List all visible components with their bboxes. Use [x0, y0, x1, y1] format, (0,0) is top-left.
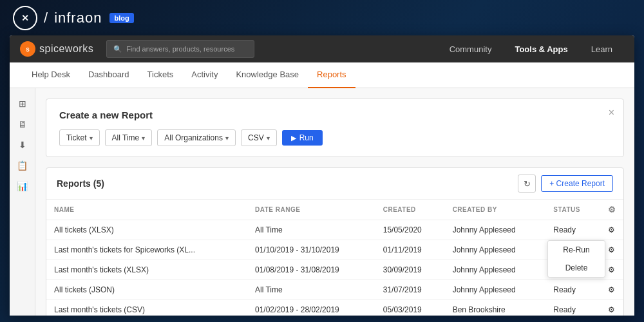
row-created-by: Johnny Appleseed [445, 280, 546, 300]
search-placeholder: Find answers, products, resources [126, 45, 234, 53]
nav-community[interactable]: Community [438, 35, 504, 62]
infraon-bar: / infraon blog [0, 0, 644, 35]
subnav-helpdesk[interactable]: Help Desk [23, 62, 79, 88]
row-name: All tickets (JSON) [46, 280, 247, 300]
row-created: 31/07/2019 [375, 280, 445, 300]
create-report-title: Create a new Report [59, 109, 611, 120]
sidebar-icon-grid[interactable]: ⊞ [13, 95, 32, 113]
row-created: 30/09/2019 [375, 260, 445, 280]
infraon-logo: / infraon blog [13, 6, 134, 30]
top-nav: s spiceworks 🔍 Find answers, products, r… [10, 35, 634, 62]
app-body: ⊞ 🖥 ⬇ 📋 📊 Create a new Report × Ticket A… [10, 88, 634, 316]
table-row: Last month's tickets (XLSX) 01/08/2019 -… [46, 260, 623, 280]
row-created-by: Ben Brookshire [445, 300, 546, 316]
context-menu: Re-Run Delete [547, 240, 605, 278]
nav-tools-apps[interactable]: Tools & Apps [503, 35, 579, 62]
run-button[interactable]: ▶ Run [282, 130, 323, 146]
main-content: Create a new Report × Ticket All Time Al… [35, 88, 634, 316]
col-name: NAME [46, 200, 247, 220]
row-date-range: 01/02/2019 - 28/02/2019 [247, 300, 375, 316]
sidebar-icon-list[interactable]: 📋 [13, 156, 32, 175]
table-row: Last month's tickets for Spiceworks (XL.… [46, 240, 623, 260]
subnav-activity[interactable]: Activity [182, 62, 227, 88]
row-gear-icon[interactable]: ⚙ [600, 300, 624, 316]
alltime-dropdown[interactable]: All Time [105, 129, 153, 146]
svg-text:s: s [26, 46, 30, 53]
sidebar-icon-monitor[interactable]: 🖥 [13, 115, 32, 133]
app-container: s spiceworks 🔍 Find answers, products, r… [10, 35, 634, 316]
row-created-by: Johnny Appleseed [445, 220, 546, 240]
row-created: 01/11/2019 [375, 240, 445, 260]
reports-actions: ↻ + Create Report [518, 175, 613, 193]
row-created: 05/03/2019 [375, 300, 445, 316]
run-icon: ▶ [291, 134, 296, 142]
refresh-button[interactable]: ↻ [518, 175, 536, 193]
reports-card: Reports (5) ↻ + Create Report NAME DATE … [46, 167, 624, 316]
row-name: Last month's tickets (XLSX) [46, 260, 247, 280]
infraon-logo-icon [13, 6, 37, 30]
row-date-range: 01/10/2019 - 31/10/2019 [247, 240, 375, 260]
table-row: All tickets (XLSX) All Time 15/05/2020 J… [46, 220, 623, 240]
allorg-dropdown[interactable]: All Organizations [157, 129, 236, 146]
spiceworks-logo-icon: s [20, 41, 35, 57]
close-button[interactable]: × [609, 107, 614, 118]
context-rerun[interactable]: Re-Run [548, 241, 605, 259]
subnav-dashboard[interactable]: Dashboard [79, 62, 138, 88]
row-created: 15/05/2020 [375, 220, 445, 240]
create-report-card: Create a new Report × Ticket All Time Al… [46, 99, 624, 157]
reports-header: Reports (5) ↻ + Create Report [46, 168, 623, 200]
search-bar[interactable]: 🔍 Find answers, products, resources [106, 40, 254, 58]
row-status: Ready [545, 220, 600, 240]
top-nav-links: Community Tools & Apps Learn [438, 35, 624, 62]
row-name: All tickets (XLSX) [46, 220, 247, 240]
row-date-range: All Time [247, 220, 375, 240]
col-date-range: DATE RANGE [247, 200, 375, 220]
subnav-tickets[interactable]: Tickets [138, 62, 183, 88]
row-date-range: All Time [247, 280, 375, 300]
sidebar-icon-chart[interactable]: 📊 [13, 177, 32, 195]
row-name: Last month's tickets (CSV) [46, 300, 247, 316]
infraon-logo-text: infraon [54, 10, 102, 26]
subnav-reports[interactable]: Reports [308, 62, 355, 88]
col-created: CREATED [375, 200, 445, 220]
row-created-by: Johnny Appleseed [445, 260, 546, 280]
nav-learn[interactable]: Learn [580, 35, 624, 62]
row-gear-icon[interactable]: ⚙ [600, 220, 624, 240]
ticket-dropdown[interactable]: Ticket [59, 129, 100, 146]
row-name: Last month's tickets for Spiceworks (XL.… [46, 240, 247, 260]
sidebar: ⊞ 🖥 ⬇ 📋 📊 [10, 88, 35, 316]
run-label: Run [299, 133, 314, 142]
subnav-knowledge-base[interactable]: Knowledge Base [227, 62, 308, 88]
spiceworks-logo: s spiceworks [20, 41, 93, 57]
row-date-range: 01/08/2019 - 31/08/2019 [247, 260, 375, 280]
row-gear-icon[interactable]: ⚙ [600, 280, 624, 300]
create-report-controls: Ticket All Time All Organizations CSV ▶ … [59, 129, 611, 146]
reports-title: Reports (5) [57, 178, 104, 189]
sub-nav: Help Desk Dashboard Tickets Activity Kno… [10, 62, 634, 88]
col-status: STATUS [545, 200, 600, 220]
create-report-button[interactable]: + Create Report [541, 175, 613, 192]
row-status: Ready [545, 280, 600, 300]
row-created-by: Johnny Appleseed [445, 240, 546, 260]
reports-table: NAME DATE RANGE CREATED CREATED BY STATU… [46, 200, 623, 316]
col-created-by: CREATED BY [445, 200, 546, 220]
slash-divider: / [44, 10, 48, 26]
csv-dropdown[interactable]: CSV [241, 129, 277, 146]
table-row: All tickets (JSON) All Time 31/07/2019 J… [46, 280, 623, 300]
table-header-row: NAME DATE RANGE CREATED CREATED BY STATU… [46, 200, 623, 220]
row-gear-icon[interactable]: ⚙ Re-Run Delete [600, 240, 624, 260]
search-icon: 🔍 [113, 45, 122, 53]
col-actions: ⚙ [600, 200, 624, 220]
sidebar-icon-download[interactable]: ⬇ [13, 136, 32, 154]
table-row: Last month's tickets (CSV) 01/02/2019 - … [46, 300, 623, 316]
context-delete[interactable]: Delete [548, 259, 605, 277]
blog-badge: blog [109, 13, 133, 23]
spiceworks-logo-text: spiceworks [39, 43, 93, 55]
row-status: Ready [545, 300, 600, 316]
